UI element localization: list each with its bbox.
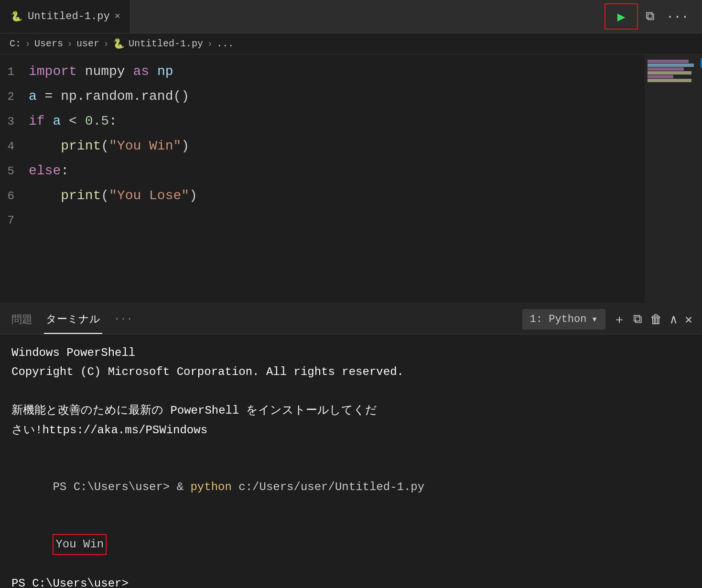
minimap-line-1 (648, 60, 689, 63)
breadcrumb-users: Users (34, 38, 63, 49)
terminal-line-ps-header-2: Copyright (C) Microsoft Corporation. All… (11, 363, 691, 381)
code-line-2: 2 a = np.random.rand() (0, 84, 645, 109)
chevron-down-icon: ▾ (591, 313, 597, 326)
terminal-panel: 問題 ターミナル ··· 1: Python ▾ ＋ ⧉ 🗑 ∧ ✕ Windo… (0, 305, 702, 588)
breadcrumb-py-icon: 🐍 (113, 38, 125, 50)
run-icon: ▶ (617, 9, 626, 25)
terminal-line-ps-cmd: PS C:\Users\user> & python c:/Users/user… (11, 460, 691, 514)
split-editor-button[interactable]: ⧉ (642, 8, 659, 26)
line-content-2: a = np.random.rand() (29, 84, 189, 109)
minimap-line-4 (648, 71, 691, 75)
run-button[interactable]: ▶ (605, 3, 638, 30)
line-content-1: import numpy as np (29, 59, 173, 84)
code-editor[interactable]: 1 import numpy as np 2 a = np.random.ran… (0, 54, 645, 303)
tab-bar: 🐍 Untitled-1.py × ▶ ⧉ ··· (0, 0, 702, 33)
line-num-3: 3 (0, 109, 29, 134)
breadcrumb-sep-1: › (25, 38, 31, 49)
tab-close-button[interactable]: × (115, 11, 120, 22)
terminal-line-blank-2 (11, 440, 691, 459)
breadcrumb-sep-2: › (67, 38, 73, 49)
terminal-output-highlighted: You Win (53, 534, 107, 555)
terminal-line-update-1: 新機能と改善のために最新の PowerShell をインストールしてくだ (11, 402, 691, 420)
breadcrumb: C: › Users › user › 🐍 Untitled-1.py › ..… (0, 33, 702, 54)
terminal-line-output: You Win (11, 516, 691, 574)
code-line-3: 3 if a < 0.5: (0, 109, 645, 134)
terminal-ps-prompt: PS C:\Users\user> & (53, 481, 190, 493)
minimap-line-2 (648, 64, 694, 67)
terminal-line-blank-1 (11, 383, 691, 401)
terminal-content[interactable]: Windows PowerShell Copyright (C) Microso… (0, 334, 702, 588)
terminal-close-button[interactable]: ✕ (685, 312, 692, 327)
line-num-4: 4 (0, 134, 29, 159)
split-terminal-button[interactable]: ⧉ (633, 312, 642, 327)
breadcrumb-sep-4: › (207, 38, 213, 49)
code-line-6: 6 print("You Lose") (0, 183, 645, 208)
new-terminal-button[interactable]: ＋ (613, 311, 626, 328)
terminal-instance-label: 1: Python (530, 313, 587, 325)
line-content-6: print("You Lose") (29, 183, 197, 208)
minimap-line-6 (648, 79, 691, 82)
line-content-3: if a < 0.5: (29, 109, 117, 134)
terminal-line-ps-header-1: Windows PowerShell (11, 344, 691, 362)
tab-list: 🐍 Untitled-1.py × (0, 0, 130, 33)
terminal-tabs-right: 1: Python ▾ ＋ ⧉ 🗑 ∧ ✕ (522, 309, 692, 330)
minimap (645, 54, 702, 303)
terminal-line-ps-after: PS C:\Users\user> (11, 575, 691, 588)
terminal-maximize-button[interactable]: ∧ (670, 312, 678, 327)
line-content-5: else: (29, 159, 69, 183)
line-num-5: 5 (0, 159, 29, 184)
terminal-tabs-left: 問題 ターミナル ··· (10, 305, 135, 334)
line-num-2: 2 (0, 85, 29, 109)
terminal-python-keyword: python (190, 481, 231, 493)
tab-actions: ▶ ⧉ ··· (605, 3, 702, 30)
terminal-ps-path: c:/Users/user/Untitled-1.py (232, 481, 424, 493)
terminal-instance-selector[interactable]: 1: Python ▾ (522, 309, 605, 330)
tab-more[interactable]: ··· (112, 305, 135, 334)
tab-terminal[interactable]: ターミナル (44, 305, 102, 334)
line-num-1: 1 (0, 60, 29, 85)
breadcrumb-c: C: (10, 38, 21, 49)
line-content-4: print("You Win") (29, 134, 189, 159)
breadcrumb-user: user (76, 38, 99, 49)
breadcrumb-ellipsis: ... (216, 38, 234, 49)
line-num-7: 7 (0, 208, 29, 233)
minimap-line-3 (648, 67, 684, 71)
code-line-7: 7 (0, 208, 645, 233)
editor-area: 1 import numpy as np 2 a = np.random.ran… (0, 54, 702, 303)
code-line-5: 5 else: (0, 159, 645, 183)
terminal-tabbar: 問題 ターミナル ··· 1: Python ▾ ＋ ⧉ 🗑 ∧ ✕ (0, 305, 702, 334)
terminal-line-update-2: さい!https://aka.ms/PSWindows (11, 421, 691, 439)
breadcrumb-filename: Untitled-1.py (129, 38, 203, 49)
tab-mondai[interactable]: 問題 (10, 305, 34, 334)
more-actions-button[interactable]: ··· (662, 8, 692, 26)
line-num-6: 6 (0, 184, 29, 209)
tab-untitled-1[interactable]: 🐍 Untitled-1.py × (0, 0, 130, 33)
code-line-1: 1 import numpy as np (0, 59, 645, 84)
minimap-content (645, 54, 702, 87)
minimap-line-5 (648, 75, 673, 78)
breadcrumb-sep-3: › (103, 38, 109, 49)
tab-title: Untitled-1.py (28, 11, 110, 22)
kill-terminal-button[interactable]: 🗑 (650, 312, 662, 327)
code-line-4: 4 print("You Win") (0, 134, 645, 159)
python-file-icon: 🐍 (10, 10, 23, 23)
